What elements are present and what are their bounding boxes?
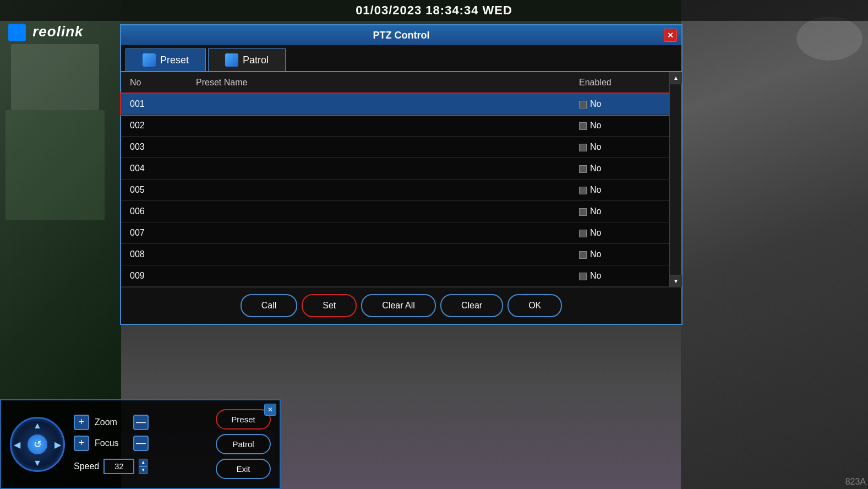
checkbox-icon[interactable] <box>579 187 587 194</box>
checkbox-icon[interactable] <box>579 165 587 173</box>
ptz-panel-content: ▲ ▼ ◀ ▶ ↺ + Zoom — + Focus — Speed <box>10 409 271 479</box>
clear-button[interactable]: Clear <box>440 294 503 317</box>
col-header-enabled: Enabled <box>570 72 669 94</box>
cell-enabled: No <box>570 222 669 244</box>
cell-name <box>187 137 570 158</box>
table-scrollbar[interactable]: ▲ ▼ <box>669 72 681 287</box>
cell-no: 001 <box>121 94 187 115</box>
logo-icon <box>8 24 26 41</box>
table-row[interactable]: 001 No <box>121 94 669 115</box>
focus-label: Focus <box>95 438 128 448</box>
cell-enabled: No <box>570 137 669 158</box>
zoom-plus-button[interactable]: + <box>74 415 89 430</box>
ptz-panel-close-button[interactable]: ✕ <box>264 404 276 416</box>
cell-enabled: No <box>570 115 669 137</box>
speed-down-button[interactable]: ▼ <box>139 466 148 474</box>
preset-table-container: No Preset Name Enabled 001 No 002 No 003… <box>121 72 681 287</box>
corner-badge: 823A <box>845 477 866 487</box>
ptz-control-panel: ✕ ▲ ▼ ◀ ▶ ↺ + Zoom — + Focus — <box>0 399 281 489</box>
dir-left-arrow[interactable]: ◀ <box>14 439 20 449</box>
table-row[interactable]: 004 No <box>121 158 669 180</box>
dir-down-arrow[interactable]: ▼ <box>33 458 42 468</box>
cell-name <box>187 115 570 137</box>
ptz-close-button[interactable]: ✕ <box>664 29 677 42</box>
ok-button[interactable]: OK <box>507 294 562 317</box>
table-row[interactable]: 008 No <box>121 244 669 265</box>
cell-name <box>187 244 570 265</box>
cell-enabled: No <box>570 265 669 287</box>
cell-enabled: No <box>570 201 669 222</box>
focus-plus-button[interactable]: + <box>74 436 89 451</box>
cell-name <box>187 201 570 222</box>
set-button[interactable]: Set <box>302 294 357 317</box>
preset-tab-label: Preset <box>160 55 189 66</box>
table-row[interactable]: 006 No <box>121 201 669 222</box>
dir-pad-outer[interactable]: ▲ ▼ ◀ ▶ ↺ <box>10 417 65 472</box>
preset-tab-icon <box>143 53 156 67</box>
scrollbar-track <box>670 84 681 275</box>
checkbox-icon[interactable] <box>579 122 587 130</box>
checkbox-icon[interactable] <box>579 251 587 259</box>
directional-pad[interactable]: ▲ ▼ ◀ ▶ ↺ <box>10 417 65 472</box>
dir-right-arrow[interactable]: ▶ <box>54 439 61 449</box>
ptz-dialog-buttons: Call Set Clear All Clear OK <box>121 287 681 324</box>
cell-enabled: No <box>570 180 669 201</box>
ptz-tabs: Preset Patrol <box>121 45 681 72</box>
tab-preset[interactable]: Preset <box>125 48 206 71</box>
patrol-tab-icon <box>225 53 238 67</box>
checkbox-icon[interactable] <box>579 144 587 151</box>
cell-enabled: No <box>570 94 669 115</box>
speed-row: Speed ▲ ▼ <box>74 459 207 474</box>
ptz-titlebar: PTZ Control ✕ <box>121 25 681 45</box>
ptz-action-buttons: Preset Patrol Exit <box>216 409 271 479</box>
preset-table: No Preset Name Enabled 001 No 002 No 003… <box>121 72 669 287</box>
zoom-control-row: + Zoom — <box>74 415 207 430</box>
cell-enabled: No <box>570 158 669 180</box>
dir-pad-center[interactable]: ↺ <box>28 434 47 454</box>
tab-patrol[interactable]: Patrol <box>208 48 286 71</box>
table-row[interactable]: 007 No <box>121 222 669 244</box>
scrollbar-down-button[interactable]: ▼ <box>670 275 682 287</box>
table-row[interactable]: 005 No <box>121 180 669 201</box>
focus-minus-button[interactable]: — <box>133 436 149 451</box>
cell-no: 004 <box>121 158 187 180</box>
dir-up-arrow[interactable]: ▲ <box>33 421 42 431</box>
speed-label: Speed <box>74 461 99 471</box>
camera-right-view <box>681 0 868 489</box>
cell-name <box>187 222 570 244</box>
cell-no: 008 <box>121 244 187 265</box>
timestamp-text: 01/03/2023 18:34:34 WED <box>356 3 512 18</box>
ptz-dialog: PTZ Control ✕ Preset Patrol No Preset Na… <box>120 24 683 325</box>
zoom-minus-button[interactable]: — <box>133 415 149 430</box>
cell-no: 002 <box>121 115 187 137</box>
panel-exit-button[interactable]: Exit <box>216 459 271 479</box>
col-header-no: No <box>121 72 187 94</box>
checkbox-icon[interactable] <box>579 101 587 108</box>
checkbox-icon[interactable] <box>579 208 587 216</box>
checkbox-icon[interactable] <box>579 273 587 280</box>
cell-name <box>187 180 570 201</box>
speed-spinners: ▲ ▼ <box>139 459 148 474</box>
timestamp-bar: 01/03/2023 18:34:34 WED <box>0 0 868 21</box>
ptz-controls-right: + Zoom — + Focus — Speed ▲ ▼ <box>74 415 207 474</box>
panel-patrol-button[interactable]: Patrol <box>216 434 271 454</box>
call-button[interactable]: Call <box>241 294 298 317</box>
panel-preset-button[interactable]: Preset <box>216 409 271 430</box>
table-row[interactable]: 002 No <box>121 115 669 137</box>
reolink-logo: reolink <box>8 23 83 41</box>
checkbox-icon[interactable] <box>579 230 587 237</box>
zoom-label: Zoom <box>95 417 128 427</box>
scrollbar-up-button[interactable]: ▲ <box>670 72 682 84</box>
focus-control-row: + Focus — <box>74 436 207 451</box>
clear-all-button[interactable]: Clear All <box>361 294 436 317</box>
speed-up-button[interactable]: ▲ <box>139 459 148 466</box>
table-row[interactable]: 009 No <box>121 265 669 287</box>
cell-name <box>187 94 570 115</box>
table-row[interactable]: 003 No <box>121 137 669 158</box>
cell-no: 007 <box>121 222 187 244</box>
cell-name <box>187 158 570 180</box>
speed-input[interactable] <box>103 459 134 474</box>
cell-no: 005 <box>121 180 187 201</box>
cell-name <box>187 265 570 287</box>
cell-no: 006 <box>121 201 187 222</box>
